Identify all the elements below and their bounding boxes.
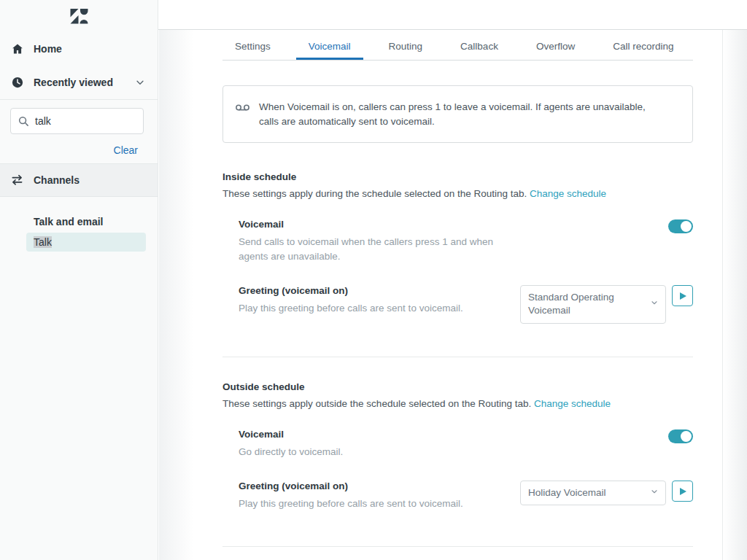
sidebar-item-talk[interactable]: Talk (26, 233, 146, 252)
inside-greeting-controls: Standard Operating Voicemail (520, 285, 693, 323)
inside-greeting-play-button[interactable] (672, 285, 693, 306)
tab-routing[interactable]: Routing (376, 34, 436, 60)
banner-text: When Voicemail is on, callers can press … (259, 100, 663, 128)
change-schedule-link-inside[interactable]: Change schedule (530, 188, 606, 199)
settings-tab-bar: Settings Voicemail Routing Callback Over… (222, 34, 693, 61)
outside-voicemail-desc: Go directly to voicemail. (239, 445, 343, 459)
channels-arrows-icon (10, 173, 25, 187)
inside-schedule-desc: These settings apply during the schedule… (222, 188, 693, 199)
tab-settings[interactable]: Settings (222, 34, 283, 60)
tab-call-recording[interactable]: Call recording (600, 34, 686, 60)
recently-viewed-label: Recently viewed (34, 77, 113, 88)
zendesk-logo-icon (69, 8, 89, 25)
voicemail-settings-content: Settings Voicemail Routing Callback Over… (222, 30, 693, 560)
voicemail-info-banner: When Voicemail is on, callers can press … (222, 85, 693, 143)
outside-greeting-select[interactable]: Holiday Voicemail (520, 481, 666, 505)
inside-greeting-info: Greeting (voicemail on) Play this greeti… (239, 285, 463, 316)
section-divider (222, 546, 693, 547)
outside-schedule-desc: These settings apply outside the schedul… (222, 398, 693, 409)
sidebar-item-recently-viewed[interactable]: Recently viewed (0, 72, 158, 93)
left-scroll-shadow (159, 30, 194, 560)
inside-voicemail-info: Voicemail Send calls to voicemail when t… (239, 219, 523, 263)
chevron-down-icon[interactable] (135, 77, 145, 90)
outside-schedule-desc-text: These settings apply outside the schedul… (222, 398, 531, 409)
sidebar-search[interactable] (10, 108, 144, 134)
section-divider (222, 357, 693, 357)
outside-voicemail-row: Voicemail Go directly to voicemail. (239, 429, 693, 459)
home-label: Home (34, 43, 62, 55)
sidebar-group-talk-and-email: Talk and email (34, 216, 103, 228)
inside-greeting-row: Greeting (voicemail on) Play this greeti… (239, 285, 693, 323)
clear-search-link[interactable]: Clear (114, 144, 138, 156)
search-input[interactable] (35, 115, 130, 127)
change-schedule-link-outside[interactable]: Change schedule (534, 398, 611, 409)
inside-voicemail-label: Voicemail (239, 219, 523, 230)
sidebar: Home Recently viewed Clear (0, 0, 158, 560)
clock-icon (10, 75, 25, 90)
outside-greeting-controls: Holiday Voicemail (520, 481, 693, 505)
inside-voicemail-row: Voicemail Send calls to voicemail when t… (239, 219, 693, 263)
outside-greeting-info: Greeting (voicemail on) Play this greeti… (239, 481, 463, 511)
search-icon (18, 116, 29, 127)
sidebar-item-home[interactable]: Home (0, 39, 158, 59)
zendesk-logo (0, 5, 158, 27)
tab-voicemail[interactable]: Voicemail (296, 34, 363, 60)
play-icon (680, 488, 686, 495)
tab-overflow[interactable]: Overflow (524, 34, 587, 60)
tab-callback[interactable]: Callback (448, 34, 511, 60)
outside-greeting-selected-value: Holiday Voicemail (528, 487, 606, 498)
outside-schedule-title: Outside schedule (222, 381, 693, 392)
toggle-knob (681, 431, 692, 442)
inside-voicemail-desc: Send calls to voicemail when the callers… (239, 235, 523, 263)
voicemail-icon (235, 102, 250, 116)
outside-greeting-play-button[interactable] (672, 481, 693, 502)
channels-label: Channels (34, 174, 80, 186)
outside-greeting-label: Greeting (voicemail on) (239, 481, 463, 491)
inside-greeting-selected-value: Standard Operating Voicemail (528, 292, 614, 316)
main-pane: Settings Voicemail Routing Callback Over… (158, 30, 747, 560)
inside-greeting-label: Greeting (voicemail on) (239, 285, 463, 296)
outside-voicemail-label: Voicemail (239, 429, 343, 440)
toggle-knob (681, 221, 692, 232)
outside-greeting-desc: Play this greeting before calls are sent… (239, 497, 463, 511)
inside-voicemail-toggle[interactable] (668, 219, 693, 233)
select-chevron-icon (650, 486, 659, 499)
talk-label: Talk (34, 236, 52, 248)
play-icon (680, 292, 686, 300)
home-icon (10, 42, 25, 56)
select-chevron-icon (650, 298, 659, 311)
inside-schedule-title: Inside schedule (222, 171, 693, 182)
outside-greeting-row: Greeting (voicemail on) Play this greeti… (239, 481, 693, 511)
right-edge-strip (722, 30, 747, 560)
sidebar-divider (0, 99, 158, 100)
inside-greeting-select[interactable]: Standard Operating Voicemail (520, 285, 666, 323)
inside-greeting-desc: Play this greeting before calls are sent… (239, 301, 463, 316)
outside-voicemail-info: Voicemail Go directly to voicemail. (239, 429, 343, 459)
sidebar-item-channels[interactable]: Channels (0, 164, 158, 197)
top-bar (158, 0, 747, 30)
outside-voicemail-toggle[interactable] (668, 429, 693, 443)
inside-schedule-desc-text: These settings apply during the schedule… (222, 188, 527, 199)
